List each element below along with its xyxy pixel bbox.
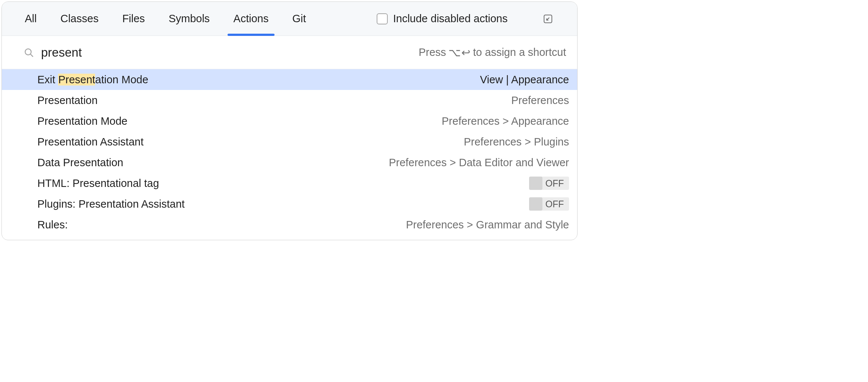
svg-point-1 [25, 49, 31, 55]
result-context: Preferences > Data Editor and Viewer [389, 157, 569, 169]
result-item[interactable]: Plugins: Presentation Assistant OFF [2, 194, 577, 214]
result-item[interactable]: Exit Presentation Mode View | Appearance [2, 69, 577, 90]
result-label: Exit Presentation Mode [37, 74, 480, 86]
tab-all[interactable]: All [25, 2, 37, 36]
tab-files[interactable]: Files [122, 2, 145, 36]
tab-symbols[interactable]: Symbols [169, 2, 210, 36]
search-everywhere-window: All Classes Files Symbols Actions Git In… [1, 1, 578, 240]
result-context: View | Appearance [480, 74, 569, 86]
result-item[interactable]: Presentation Assistant Preferences > Plu… [2, 131, 577, 152]
result-label: Presentation [37, 94, 511, 107]
search-icon [23, 47, 34, 58]
result-label: Plugins: Presentation Assistant [37, 198, 529, 210]
result-label: Data Presentation [37, 157, 389, 169]
result-context: Preferences [511, 94, 569, 107]
search-row: Press ⌥↩ to assign a shortcut [2, 36, 577, 69]
result-context: Preferences > Grammar and Style [406, 219, 569, 231]
toggle-switch[interactable]: OFF [529, 197, 569, 211]
result-item[interactable]: Data Presentation Preferences > Data Edi… [2, 152, 577, 173]
toggle-switch[interactable]: OFF [529, 177, 569, 190]
tab-actions[interactable]: Actions [233, 2, 269, 36]
tab-git[interactable]: Git [292, 2, 306, 36]
toggle-handle-icon [529, 177, 542, 190]
result-label: Presentation Assistant [37, 136, 464, 148]
checkbox-icon [377, 13, 388, 24]
svg-line-2 [30, 54, 33, 57]
result-context: Preferences > Plugins [464, 136, 569, 148]
result-item[interactable]: Presentation Preferences [2, 90, 577, 111]
result-label: Presentation Mode [37, 115, 442, 127]
result-label: Rules: [37, 219, 406, 231]
include-disabled-checkbox[interactable]: Include disabled actions [377, 13, 508, 25]
search-input[interactable] [41, 46, 412, 60]
toggle-handle-icon [529, 197, 542, 211]
result-label: HTML: Presentational tag [37, 177, 529, 190]
result-item[interactable]: Presentation Mode Preferences > Appearan… [2, 111, 577, 131]
shortcut-hint: Press ⌥↩ to assign a shortcut [418, 46, 566, 59]
include-disabled-label: Include disabled actions [393, 13, 508, 25]
tab-classes[interactable]: Classes [60, 2, 98, 36]
results-list: Exit Presentation Mode View | Appearance… [2, 69, 577, 235]
result-context: Preferences > Appearance [442, 115, 569, 127]
pin-window-icon[interactable] [542, 13, 554, 25]
result-item[interactable]: Rules: Preferences > Grammar and Style [2, 214, 577, 235]
result-item[interactable]: HTML: Presentational tag OFF [2, 173, 577, 194]
tabs-bar: All Classes Files Symbols Actions Git In… [2, 2, 577, 36]
